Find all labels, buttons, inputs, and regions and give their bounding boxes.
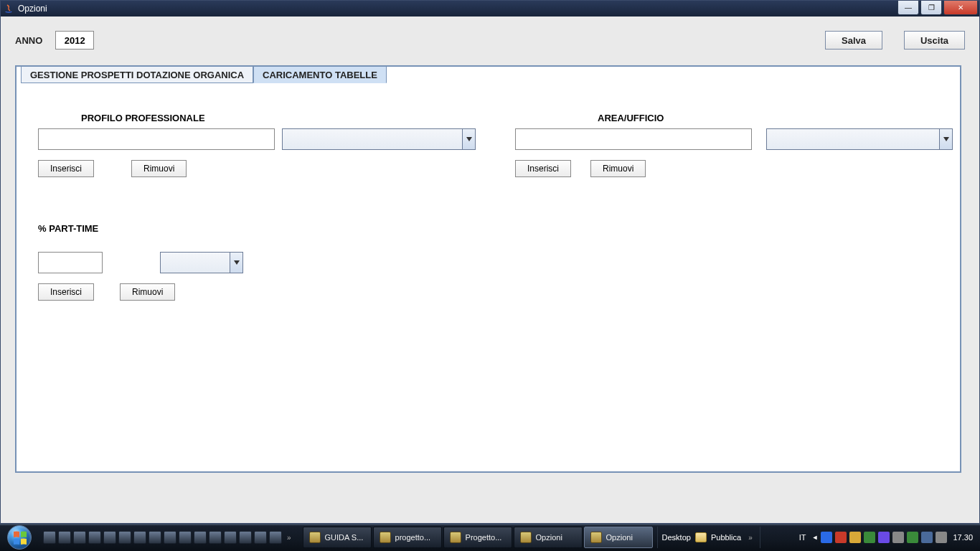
quick-icon[interactable] (239, 531, 252, 544)
quick-icon[interactable] (209, 531, 222, 544)
taskbar: » GUIDA S... progetto... Progetto... Opz… (0, 524, 980, 551)
anno-input[interactable] (55, 31, 94, 50)
minimize-button[interactable]: — (897, 1, 919, 15)
start-button[interactable] (0, 524, 39, 551)
quick-icon[interactable] (103, 531, 116, 544)
java-icon (4, 3, 15, 14)
tray-icon[interactable] (849, 532, 861, 543)
parttime-combo[interactable] (160, 252, 243, 273)
desktop-toolbar-label[interactable]: Desktop (662, 533, 691, 542)
app-icon (380, 532, 391, 543)
app-icon (309, 532, 321, 543)
language-indicator[interactable]: IT (796, 533, 809, 542)
client-area: ANNO Salva Uscita GESTIONE PROSPETTI DOT… (1, 17, 979, 523)
quick-icon[interactable] (58, 531, 71, 544)
task-label: GUIDA S... (325, 533, 364, 542)
area-label: AREA/UFFICIO (598, 113, 664, 123)
task-button[interactable]: Opzioni (514, 527, 583, 548)
task-button[interactable]: progetto... (373, 527, 442, 548)
chevron-down-icon (230, 253, 242, 273)
close-icon: ✕ (958, 4, 963, 11)
parttime-label: % PART-TIME (38, 223, 98, 234)
quick-icon[interactable] (43, 531, 56, 544)
task-button[interactable]: Progetto... (443, 527, 512, 548)
overflow-icon[interactable]: » (284, 534, 294, 542)
area-combo[interactable] (766, 128, 953, 150)
task-label: Opzioni (606, 533, 633, 542)
network-icon[interactable] (921, 532, 933, 543)
profilo-label: PROFILO PROFESSIONALE (81, 113, 205, 123)
desktop-toolbar: Desktop Pubblica » (657, 527, 760, 548)
windows-orb-icon (7, 525, 32, 550)
app-window: Opzioni — ❐ ✕ ANNO Salva Uscita GESTIONE… (0, 0, 980, 524)
maximize-icon: ❐ (928, 4, 935, 11)
desktop: Opzioni — ❐ ✕ ANNO Salva Uscita GESTIONE… (0, 0, 980, 551)
volume-icon[interactable] (936, 532, 947, 543)
quick-icon[interactable] (88, 531, 101, 544)
tray-icon[interactable] (864, 532, 875, 543)
tab-gestione-prospetti[interactable]: GESTIONE PROSPETTI DOTAZIONE ORGANICA (21, 66, 253, 83)
profilo-combo[interactable] (282, 128, 476, 150)
system-tray: IT ◄ 17.30 (796, 532, 980, 543)
quick-icon[interactable] (133, 531, 146, 544)
parttime-remove-button[interactable]: Rimuovi (120, 283, 175, 301)
tray-icon[interactable] (835, 532, 847, 543)
save-button[interactable]: Salva (825, 31, 882, 50)
task-button[interactable]: GUIDA S... (303, 527, 372, 548)
tab-strip: GESTIONE PROSPETTI DOTAZIONE ORGANICA CA… (21, 66, 387, 83)
quick-launch: » (39, 531, 298, 544)
tab-panel: GESTIONE PROSPETTI DOTAZIONE ORGANICA CA… (15, 65, 961, 473)
minimize-icon: — (905, 4, 912, 11)
area-insert-button[interactable]: Inserisci (515, 160, 571, 177)
battery-icon[interactable] (907, 532, 918, 543)
header-row: ANNO Salva Uscita (1, 17, 979, 50)
profilo-input[interactable] (38, 128, 275, 150)
overflow-icon[interactable]: » (745, 534, 755, 542)
parttime-input[interactable] (38, 252, 103, 273)
folder-icon[interactable] (695, 532, 707, 542)
maximize-button[interactable]: ❐ (920, 1, 942, 15)
task-label: Opzioni (536, 533, 562, 542)
profilo-insert-button[interactable]: Inserisci (38, 160, 94, 177)
profilo-remove-button[interactable]: Rimuovi (131, 160, 187, 177)
exit-button[interactable]: Uscita (904, 31, 965, 50)
close-button[interactable]: ✕ (943, 1, 978, 15)
area-remove-button[interactable]: Rimuovi (590, 160, 646, 177)
app-icon (590, 532, 602, 543)
quick-icon[interactable] (73, 531, 86, 544)
parttime-insert-button[interactable]: Inserisci (38, 283, 94, 301)
pubblica-label[interactable]: Pubblica (711, 533, 741, 542)
app-icon (450, 532, 461, 543)
task-buttons: GUIDA S... progetto... Progetto... Opzio… (298, 527, 653, 548)
titlebar[interactable]: Opzioni — ❐ ✕ (1, 1, 979, 17)
tray-icon[interactable] (878, 532, 890, 543)
quick-icon[interactable] (269, 531, 282, 544)
clock[interactable]: 17.30 (950, 533, 976, 542)
quick-icon[interactable] (179, 531, 192, 544)
task-button[interactable]: Opzioni (584, 527, 653, 548)
window-title: Opzioni (18, 4, 897, 14)
tray-icon[interactable] (821, 532, 832, 543)
quick-icon[interactable] (149, 531, 161, 544)
quick-icon[interactable] (118, 531, 131, 544)
quick-icon[interactable] (194, 531, 207, 544)
tab-caricamento-tabelle[interactable]: CARICAMENTO TABELLE (253, 66, 387, 83)
quick-icon[interactable] (254, 531, 267, 544)
tray-icon[interactable] (892, 532, 904, 543)
app-icon (520, 532, 532, 543)
chevron-down-icon (939, 129, 952, 149)
chevron-down-icon (462, 129, 475, 149)
quick-icon[interactable] (164, 531, 176, 544)
window-buttons: — ❐ ✕ (897, 1, 979, 15)
tab-body: PROFILO PROFESSIONALE Inserisci Rimuovi … (24, 85, 953, 464)
area-input[interactable] (515, 128, 752, 150)
anno-label: ANNO (15, 35, 42, 46)
task-label: progetto... (395, 533, 431, 542)
tray-expand-icon[interactable]: ◄ (812, 534, 819, 541)
task-label: Progetto... (466, 533, 502, 542)
quick-icon[interactable] (224, 531, 237, 544)
